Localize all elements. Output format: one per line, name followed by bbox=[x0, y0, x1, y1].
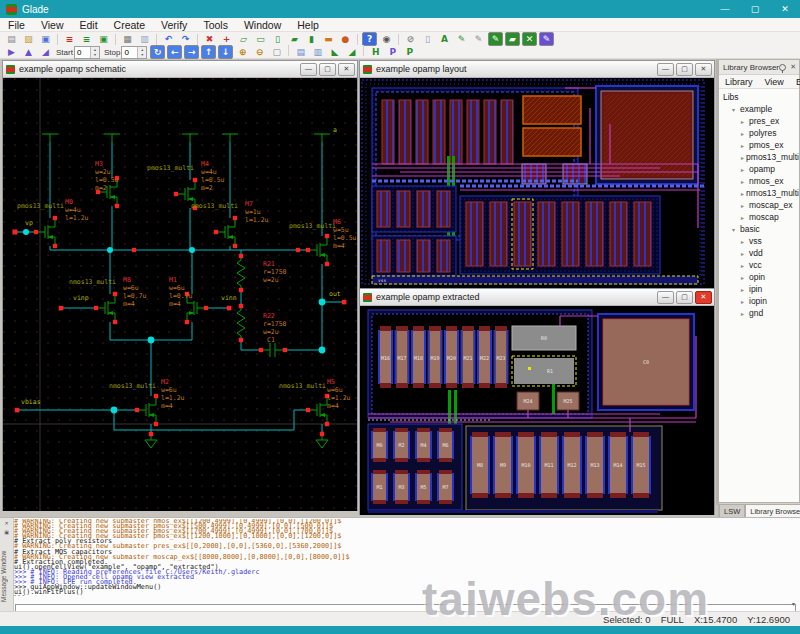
tree-item-polyres[interactable]: ▸polyres bbox=[719, 127, 799, 139]
move-icon[interactable]: + bbox=[219, 32, 234, 46]
start-spinner-arrows[interactable]: ▴▾ bbox=[90, 47, 99, 58]
menu-item-tools[interactable]: Tools bbox=[195, 19, 236, 31]
tab-lsw[interactable]: LSW bbox=[719, 504, 745, 518]
close-icon[interactable]: ✕ bbox=[695, 291, 712, 304]
close-icon[interactable]: ✕ bbox=[2, 519, 11, 527]
zoom-prev-icon[interactable]: ▥ bbox=[310, 45, 325, 59]
tree-item-moscap[interactable]: ▸moscap bbox=[719, 211, 799, 223]
collapsed-arrow-icon[interactable]: ▸ bbox=[741, 250, 749, 257]
ruler-edit-icon[interactable]: ✎ bbox=[539, 32, 554, 46]
collapsed-arrow-icon[interactable]: ▸ bbox=[741, 178, 749, 185]
chevron-down-icon[interactable]: ▾ bbox=[792, 600, 795, 607]
menu-item-window[interactable]: Window bbox=[236, 19, 289, 31]
schematic-canvas[interactable]: pmos13_multivpM0w=4ul=1.2uM3w=2ul=0.5um=… bbox=[3, 78, 357, 511]
menu-item-edit[interactable]: Edit bbox=[72, 19, 106, 31]
extracted-canvas[interactable]: M16M17M18M19M20M21M22M23R0R1M24M25C0M0M2… bbox=[360, 306, 714, 515]
save-cellview-icon[interactable]: ▣ bbox=[38, 32, 53, 46]
zoom-fit-icon[interactable]: ▤ bbox=[293, 45, 308, 59]
erase-shape-icon[interactable]: ✕ bbox=[522, 32, 537, 46]
draw-bus-icon[interactable]: ✎ bbox=[471, 32, 486, 46]
menu-item-edit[interactable]: Edit bbox=[790, 77, 800, 87]
search-icon[interactable]: ◉ bbox=[379, 32, 394, 46]
tree-item-vdd[interactable]: ▸vdd bbox=[719, 247, 799, 259]
maximize-icon[interactable]: ▢ bbox=[676, 291, 693, 304]
create-instance-icon[interactable]: ▰ bbox=[287, 32, 302, 46]
zoom-in-icon[interactable]: ⊕ bbox=[235, 45, 250, 59]
fill-shape-icon[interactable]: ▰ bbox=[505, 32, 520, 46]
collapsed-arrow-icon[interactable]: ▸ bbox=[741, 202, 749, 209]
hierarchy-icon[interactable]: H bbox=[368, 45, 383, 59]
layout-window[interactable]: example opamp layout — ▢ ✕ bbox=[359, 60, 715, 288]
collapsed-arrow-icon[interactable]: ▸ bbox=[741, 142, 749, 149]
import-library-icon[interactable]: ≡ bbox=[62, 32, 77, 46]
redo-icon[interactable]: ↷ bbox=[178, 32, 193, 46]
close-icon[interactable]: ✕ bbox=[338, 63, 355, 76]
minimize-icon[interactable]: — bbox=[300, 63, 317, 76]
tree-item-nmos13_multi[interactable]: ▸nmos13_multi bbox=[719, 187, 799, 199]
console-output[interactable]: # WARNING: Creating new submaster nmos_e… bbox=[14, 519, 798, 596]
collapsed-arrow-icon[interactable]: ▸ bbox=[741, 166, 749, 173]
new-cellview-icon[interactable]: ▤ bbox=[4, 32, 19, 46]
pin-icon[interactable] bbox=[779, 64, 786, 71]
minimize-icon[interactable]: — bbox=[710, 0, 740, 18]
detach-icon[interactable]: ▬ bbox=[321, 32, 336, 46]
collapsed-arrow-icon[interactable]: ▸ bbox=[741, 118, 749, 125]
redraw-icon[interactable]: ↻ bbox=[150, 45, 165, 59]
open-cellview-icon[interactable]: ▨ bbox=[21, 32, 36, 46]
menu-item-verify[interactable]: Verify bbox=[153, 19, 195, 31]
collapsed-arrow-icon[interactable]: ▸ bbox=[741, 130, 749, 137]
draw-wire-icon[interactable]: ✎ bbox=[454, 32, 469, 46]
menu-item-view[interactable]: View bbox=[759, 77, 790, 87]
delete-icon[interactable]: ✖ bbox=[202, 32, 217, 46]
tree-item-vss[interactable]: ▸vss bbox=[719, 235, 799, 247]
tree-item-pres_ex[interactable]: ▸pres_ex bbox=[719, 115, 799, 127]
tree-item-gnd[interactable]: ▸gnd bbox=[719, 307, 799, 319]
stop-spinner[interactable]: 0 ▴▾ bbox=[121, 46, 147, 59]
collapsed-arrow-icon[interactable]: ▸ bbox=[741, 286, 749, 293]
draw-shape-icon[interactable]: ✎ bbox=[488, 32, 503, 46]
maximize-icon[interactable]: ▢ bbox=[740, 0, 770, 18]
extracted-window-titlebar[interactable]: example opamp extracted — ▢ ✕ bbox=[360, 289, 714, 306]
tree-item-basic[interactable]: ▾basic bbox=[719, 223, 799, 235]
tree-item-pmos13_multi[interactable]: ▸pmos13_multi bbox=[719, 151, 799, 163]
collapsed-arrow-icon[interactable]: ▸ bbox=[741, 238, 749, 245]
tree-item-nmos_ex[interactable]: ▸nmos_ex bbox=[719, 175, 799, 187]
measure-icon[interactable]: ◣ bbox=[327, 45, 342, 59]
start-spinner[interactable]: 0 ▴▾ bbox=[74, 46, 100, 59]
float-window-icon[interactable]: ▣ bbox=[2, 528, 11, 536]
tree-item-vcc[interactable]: ▸vcc bbox=[719, 259, 799, 271]
expanded-arrow-icon[interactable]: ▾ bbox=[732, 226, 740, 233]
tree-item-pmos_ex[interactable]: ▸pmos_ex bbox=[719, 139, 799, 151]
angle-icon[interactable]: ◢ bbox=[344, 45, 359, 59]
edit-library-icon[interactable]: ≡ bbox=[79, 32, 94, 46]
library-browser-titlebar[interactable]: Library Browser ✕ bbox=[719, 60, 799, 75]
add-label-icon[interactable]: A bbox=[437, 32, 452, 46]
collapsed-arrow-icon[interactable]: ▸ bbox=[741, 298, 749, 305]
save-library-icon[interactable]: ▣ bbox=[96, 32, 111, 46]
layout-window-titlebar[interactable]: example opamp layout — ▢ ✕ bbox=[360, 61, 714, 78]
cancel-icon[interactable]: ● bbox=[338, 32, 353, 46]
tree-item-ipin[interactable]: ▸ipin bbox=[719, 283, 799, 295]
select-arrow-icon[interactable]: ▶ bbox=[4, 45, 19, 59]
menu-item-view[interactable]: View bbox=[33, 19, 72, 31]
copy-icon[interactable]: ▱ bbox=[236, 32, 251, 46]
stop-spinner-arrows[interactable]: ▴▾ bbox=[137, 47, 146, 58]
tree-item-moscap_ex[interactable]: ▸moscap_ex bbox=[719, 199, 799, 211]
zoom-out-icon[interactable]: ⊖ bbox=[252, 45, 267, 59]
menu-item-library[interactable]: Library bbox=[719, 77, 759, 87]
collapsed-arrow-icon[interactable]: ▸ bbox=[741, 262, 749, 269]
properties-icon[interactable]: ▮ bbox=[304, 32, 319, 46]
maximize-icon[interactable]: ▢ bbox=[676, 63, 693, 76]
pan-up-icon[interactable]: ↑ bbox=[201, 45, 216, 59]
zoom-select-icon[interactable]: ▢ bbox=[269, 45, 284, 59]
print-icon[interactable]: ▦ bbox=[120, 32, 135, 46]
undo-icon[interactable]: ↶ bbox=[161, 32, 176, 46]
stretch-icon[interactable]: ▭ bbox=[253, 32, 268, 46]
tree-item-opamp[interactable]: ▸opamp bbox=[719, 163, 799, 175]
layout-canvas[interactable]: vss bbox=[360, 78, 714, 288]
minimize-icon[interactable]: — bbox=[657, 291, 674, 304]
note-icon[interactable]: ▯ bbox=[420, 32, 435, 46]
create-polygon-icon[interactable]: ▲ bbox=[21, 45, 36, 59]
peek-icon[interactable]: P bbox=[385, 45, 400, 59]
collapsed-arrow-icon[interactable]: ▸ bbox=[741, 310, 749, 317]
